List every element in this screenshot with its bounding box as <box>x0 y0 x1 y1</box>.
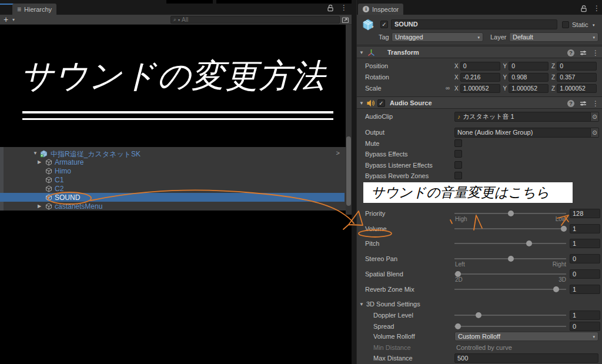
position-x-field[interactable]: 0 <box>460 62 500 71</box>
slider-handle[interactable] <box>526 241 532 246</box>
tab-hierarchy[interactable]: ≡ Hierarchy <box>12 4 56 15</box>
hierarchy-panel: ≡ Hierarchy ⋮ + ▾ ⌕ ▾ All サウンドの変更方法 <box>0 0 352 364</box>
hierarchy-scrollbar-track[interactable] <box>346 25 352 215</box>
create-dropdown-icon[interactable]: ▾ <box>12 17 15 23</box>
rotation-z-field[interactable]: 0.357 <box>557 73 597 82</box>
component-enabled-checkbox[interactable]: ✓ <box>377 99 385 107</box>
volume-value-field[interactable]: 1 <box>570 224 600 233</box>
bypass-reverb-checkbox[interactable] <box>454 172 462 179</box>
menu-kebab-icon[interactable]: ⋮ <box>340 4 347 12</box>
scale-z-field[interactable]: 1.000052 <box>557 84 597 93</box>
spread-slider[interactable] <box>454 322 566 331</box>
foldout-open-icon[interactable]: ▼ <box>33 151 38 156</box>
audioclip-value: カスタネット音 1 <box>463 112 514 121</box>
cube-icon <box>45 159 52 166</box>
pitch-slider[interactable] <box>454 239 566 248</box>
active-checkbox[interactable]: ✓ <box>380 21 388 28</box>
pitch-value-field[interactable]: 1 <box>570 239 600 248</box>
link-icon[interactable]: ∞ <box>446 85 450 91</box>
menu-kebab-icon[interactable]: ⋮ <box>592 49 599 57</box>
presets-icon[interactable] <box>580 100 587 107</box>
rotation-x-field[interactable]: -0.216 <box>460 73 500 82</box>
hierarchy-search-input[interactable]: ⌕ ▾ All <box>170 16 340 24</box>
tree-item-c1[interactable]: C1 <box>0 175 345 184</box>
layer-dropdown[interactable]: Default ▾ <box>509 32 598 42</box>
volume-rolloff-row: Volume Rolloff Custom Rolloff ▾ <box>357 332 602 342</box>
doppler-level-slider[interactable] <box>454 310 566 320</box>
foldout-closed-icon[interactable]: ▶ <box>38 159 41 165</box>
position-z-field[interactable]: 0 <box>557 62 597 71</box>
gameobject-icon-caret[interactable]: ▾ <box>372 25 374 29</box>
static-checkbox[interactable] <box>562 21 569 28</box>
static-dropdown-icon[interactable]: ▾ <box>593 23 595 28</box>
doppler-level-value-field[interactable]: 1 <box>570 310 600 320</box>
tree-item-castanetsmenu[interactable]: ▶ castanetsMenu <box>0 202 345 211</box>
max-distance-field[interactable]: 500 <box>454 353 598 363</box>
spread-value-field[interactable]: 0 <box>570 322 600 331</box>
foldout-open-icon[interactable]: ▼ <box>359 302 364 307</box>
rotation-row: Rotation X -0.216 Y 0.908 Z 0.357 <box>357 72 602 82</box>
gameobject-name-field[interactable]: SOUND <box>391 19 557 29</box>
slider-handle[interactable] <box>455 323 461 329</box>
object-picker-icon[interactable]: ⊙ <box>591 112 599 122</box>
object-picker-icon[interactable]: ⊙ <box>591 128 599 138</box>
reverb-zone-mix-slider[interactable] <box>454 285 566 294</box>
3d-sound-settings-header[interactable]: ▼ 3D Sound Settings <box>357 299 602 309</box>
priority-value-field[interactable]: 128 <box>570 209 600 218</box>
popout-window-icon[interactable] <box>342 16 349 24</box>
volume-slider[interactable] <box>454 224 566 233</box>
tree-item-armature[interactable]: ▶ Armature <box>0 158 345 166</box>
audio-source-header[interactable]: ▼ ✓ Audio Source ? ⋮ <box>357 96 602 109</box>
hierarchy-tabbar: ≡ Hierarchy ⋮ <box>0 0 352 15</box>
spatial-blend-value-field[interactable]: 0 <box>570 269 600 279</box>
bypass-effects-label: Bypass Effects <box>365 151 408 158</box>
presets-icon[interactable] <box>580 49 587 56</box>
foldout-open-icon[interactable]: ▼ <box>359 101 364 106</box>
reverb-zone-mix-value-field[interactable]: 1 <box>570 285 600 294</box>
menu-kebab-icon[interactable]: ⋮ <box>593 4 600 12</box>
pitch-label: Pitch <box>365 240 379 247</box>
open-prefab-arrow[interactable]: > <box>336 149 340 156</box>
spread-label: Spread <box>373 323 394 330</box>
search-filter-caret-icon[interactable]: ▾ <box>178 18 180 22</box>
help-icon[interactable]: ? <box>567 100 574 107</box>
bypass-listener-checkbox[interactable] <box>454 161 462 169</box>
stereo-pan-value-field[interactable]: 0 <box>570 254 600 263</box>
transform-header[interactable]: ▼ Transform ? ⋮ <box>357 46 602 58</box>
tree-item-root[interactable]: ▼ 中指R追従_カスタネットSK > <box>0 149 345 158</box>
redacted-strip <box>166 0 213 4</box>
audioclip-field[interactable]: ♪ カスタネット音 1 <box>454 112 591 122</box>
slider-handle[interactable] <box>553 286 559 292</box>
tree-item-himo[interactable]: Himo <box>0 166 345 175</box>
position-y-field[interactable]: 0 <box>509 62 549 71</box>
slider-handle[interactable] <box>476 312 481 318</box>
mute-checkbox[interactable] <box>454 139 462 147</box>
volume-row: Volume 1 <box>357 224 602 234</box>
bypass-effects-checkbox[interactable] <box>454 150 462 158</box>
foldout-open-icon[interactable]: ▼ <box>359 51 364 55</box>
scale-y-field[interactable]: 1.000052 <box>509 84 549 93</box>
position-row: Position X 0 Y 0 Z 0 <box>357 61 602 71</box>
tag-dropdown[interactable]: Untagged ▾ <box>392 32 483 42</box>
output-field[interactable]: None (Audio Mixer Group) <box>454 128 591 138</box>
layer-label: Layer <box>490 34 507 41</box>
min-distance-row: Min Distance Controlled by curve <box>357 343 602 353</box>
create-button[interactable]: + <box>4 15 8 24</box>
slider-handle[interactable] <box>561 226 567 232</box>
volume-rolloff-dropdown[interactable]: Custom Rolloff ▾ <box>454 332 598 341</box>
tree-item-sound-selected[interactable]: SOUND <box>0 193 345 202</box>
audio-source-title: Audio Source <box>390 99 432 106</box>
lock-icon[interactable] <box>580 5 587 12</box>
menu-kebab-icon[interactable]: ⋮ <box>592 99 599 108</box>
inspector-info-icon: i <box>363 6 369 12</box>
scale-x-field[interactable]: 1.000052 <box>460 84 500 93</box>
hierarchy-tree: ▼ 中指R追従_カスタネットSK > ▶ Armature <box>0 147 346 211</box>
stereo-pan-sublabels: Left Right <box>455 261 566 268</box>
rotation-y-field[interactable]: 0.908 <box>509 73 549 82</box>
hierarchy-scrollbar-thumb[interactable] <box>346 136 351 206</box>
help-icon[interactable]: ? <box>567 49 574 56</box>
tree-item-c2[interactable]: C2 <box>0 184 345 193</box>
tab-inspector[interactable]: i Inspector <box>358 4 403 15</box>
lock-icon[interactable] <box>327 4 334 12</box>
foldout-closed-icon[interactable]: ▶ <box>38 203 41 209</box>
